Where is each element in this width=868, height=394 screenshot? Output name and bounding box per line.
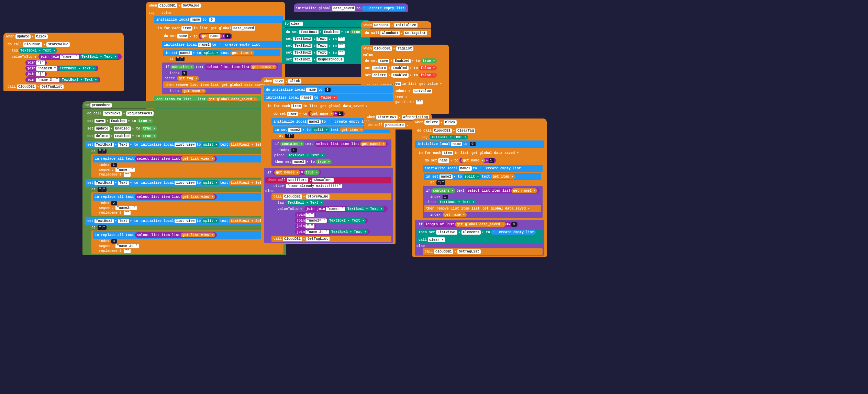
when-update-click-block: when update ▾ Click do call CloudDB1 ▾ S… [3,33,124,91]
initialize-global-block: initialize global data_saved to 🔷 create… [294,3,408,12]
to-clear-block: to clear do set TextBox1 ▾ Enabled ▾ to … [282,20,370,64]
when-screen-initialize-block: when Screen1 ▾ Initialize do call CloudD… [361,21,431,37]
when-delete-click-block: when delete ▾ Click do call CloudDB1 ▾ C… [412,119,547,257]
blocks-canvas[interactable]: initialize global data_saved to 🔷 create… [0,0,868,394]
to-procedure-block: to procedure do call TextBox1 ▾ RequestF… [82,101,286,255]
when-save-click-block: when save ▾ Click do initialize local na… [261,77,396,244]
